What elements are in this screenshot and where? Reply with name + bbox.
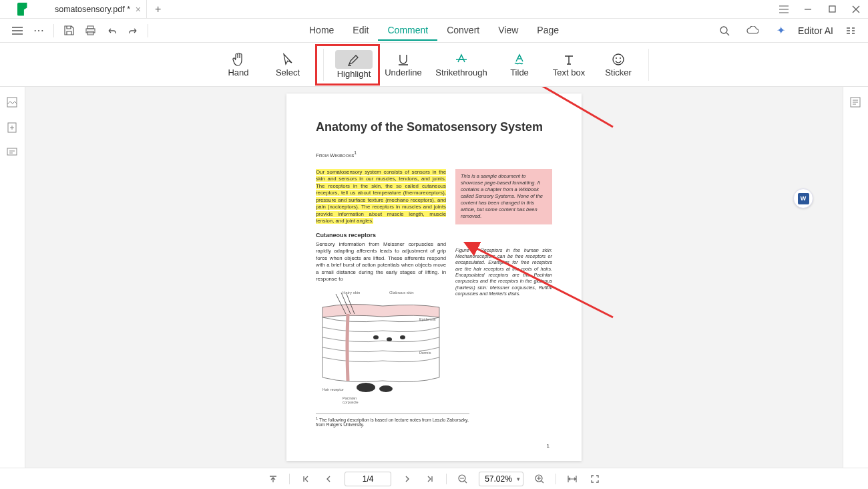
print-icon[interactable] [81, 21, 99, 40]
tool-underline[interactable]: Underline [379, 45, 428, 84]
panel-toggle-icon[interactable] [841, 21, 860, 40]
svg-point-6 [616, 57, 617, 59]
word-export-badge[interactable]: W [793, 188, 813, 208]
svg-point-18 [373, 335, 379, 339]
zoom-out-icon[interactable] [456, 474, 469, 484]
sample-note-box: This is a sample document to showcase pa… [455, 169, 552, 224]
last-page-icon[interactable] [423, 475, 437, 483]
redo-icon[interactable] [124, 21, 142, 40]
doc-title: Anatomy of the Somatosensory System [316, 120, 552, 134]
svg-text:Hairy skin: Hairy skin [343, 291, 360, 295]
svg-rect-10 [7, 148, 17, 155]
skin-diagram: Hairy skin Glabrous skin [316, 287, 446, 404]
first-page-icon[interactable] [299, 475, 312, 483]
svg-rect-0 [829, 6, 835, 12]
tool-sticker[interactable]: Sticker [594, 45, 643, 84]
menu-home[interactable]: Home [300, 21, 343, 41]
footnote: 1 The following description is based on … [316, 414, 469, 427]
tool-tilde-label: Tilde [510, 67, 529, 77]
svg-point-16 [357, 383, 375, 392]
maximize-button[interactable] [820, 0, 844, 19]
thumbnails-icon[interactable] [6, 96, 19, 110]
zoom-in-icon[interactable] [533, 474, 546, 484]
new-tab-button[interactable]: + [147, 3, 169, 15]
figure-caption: Figure 1: Receptors in the human skin: M… [455, 247, 552, 297]
tool-highlight-label: Highlight [337, 69, 371, 79]
svg-text:Epidermis: Epidermis [419, 317, 436, 321]
menu-page[interactable]: Page [527, 21, 568, 41]
document-tab[interactable]: somatosensory.pdf * × [47, 0, 147, 18]
menu-view[interactable]: View [489, 21, 527, 41]
subheading-cutaneous: Cutaneous receptors [316, 232, 446, 238]
tool-select[interactable]: Select [263, 45, 312, 84]
tool-highlight[interactable]: Highlight [329, 45, 379, 84]
tool-hand-label: Hand [228, 67, 248, 77]
highlighted-paragraph[interactable]: Our somatosensory system consists of sen… [316, 169, 446, 225]
svg-point-4 [720, 27, 727, 33]
body-paragraph: Sensory information from Meissner corpus… [316, 241, 446, 283]
properties-icon[interactable] [849, 96, 863, 110]
menu-edit[interactable]: Edit [343, 21, 378, 41]
next-page-icon[interactable] [401, 475, 414, 483]
doc-source: From Wikibooks1 [316, 150, 552, 158]
tool-strikethrough-label: Strikethrough [435, 67, 487, 77]
minimize-button[interactable] [796, 0, 820, 19]
svg-text:corpuscle: corpuscle [343, 400, 359, 404]
app-logo [0, 3, 47, 16]
scroll-top-icon[interactable] [266, 474, 280, 484]
main-menu: Home Edit Comment Convert View Page [300, 21, 568, 41]
search-icon[interactable] [715, 21, 734, 40]
more-icon[interactable]: ⋯ [29, 21, 48, 40]
svg-text:Hair receptor: Hair receptor [322, 387, 344, 391]
page-number-input[interactable] [345, 472, 391, 486]
close-window-button[interactable] [844, 0, 868, 19]
svg-point-7 [620, 57, 621, 59]
tool-tilde[interactable]: Tilde [495, 45, 544, 84]
menu-convert[interactable]: Convert [437, 21, 489, 41]
menu-comment[interactable]: Comment [378, 21, 437, 41]
save-icon[interactable] [59, 21, 78, 40]
tool-sticker-label: Sticker [605, 67, 632, 77]
tool-hand[interactable]: Hand [214, 45, 263, 84]
tool-textbox[interactable]: Text box [544, 45, 594, 84]
ai-sparkle-icon[interactable]: ✦ [771, 21, 790, 40]
svg-text:Dermis: Dermis [419, 351, 431, 355]
add-page-icon[interactable] [6, 122, 19, 135]
fullscreen-icon[interactable] [588, 474, 602, 484]
tool-underline-label: Underline [385, 67, 422, 77]
zoom-select[interactable]: 57.02% [479, 472, 523, 486]
svg-point-20 [400, 335, 405, 339]
pdf-page: Anatomy of the Somatosensory System From… [286, 94, 582, 461]
svg-rect-1 [87, 26, 93, 29]
comments-icon[interactable] [6, 147, 19, 160]
tool-textbox-label: Text box [553, 67, 585, 77]
cloud-icon[interactable] [743, 21, 762, 40]
svg-point-17 [379, 385, 393, 392]
close-tab-icon[interactable]: × [136, 4, 141, 15]
svg-text:Glabrous skin: Glabrous skin [389, 291, 414, 295]
tool-strikethrough[interactable]: Strikethrough [428, 45, 495, 84]
menu-icon[interactable] [8, 21, 27, 40]
hamburger-icon[interactable] [772, 0, 796, 19]
undo-icon[interactable] [102, 21, 121, 40]
prev-page-icon[interactable] [322, 475, 335, 483]
editor-ai-label[interactable]: Editor AI [798, 25, 833, 36]
tool-select-label: Select [276, 67, 300, 77]
page-number: 1 [547, 443, 550, 449]
svg-point-19 [387, 337, 392, 341]
tab-title: somatosensory.pdf * [55, 5, 130, 14]
fit-width-icon[interactable] [566, 474, 579, 484]
